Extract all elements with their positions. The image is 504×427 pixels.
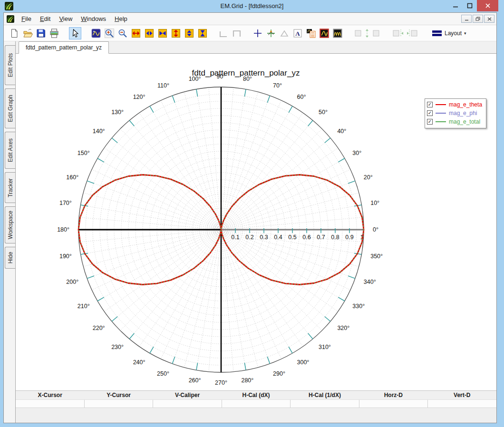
angle-tick-label: 60° — [297, 94, 306, 100]
menu-file[interactable]: File — [17, 13, 36, 24]
sidebar-tab-label: Tracker — [7, 178, 14, 197]
sidebar-tab-tracker[interactable]: Tracker — [5, 172, 15, 203]
legend-label: mag_e_theta — [449, 101, 482, 108]
close-button[interactable] — [477, 0, 498, 11]
zoom-box-corner-icon — [218, 28, 229, 39]
radial-tick-label: 0.8 — [331, 234, 339, 241]
fit-y-button[interactable] — [196, 27, 209, 39]
angle-tick-label: 340° — [364, 279, 376, 285]
shrink-x-button[interactable] — [143, 27, 155, 39]
text-annotation-button[interactable]: A — [291, 27, 304, 39]
tracker-tool-button[interactable] — [265, 27, 277, 39]
angle-tick-label: 290° — [273, 370, 285, 377]
print-button[interactable] — [48, 27, 60, 39]
shrink-y-icon — [184, 28, 194, 39]
legend-checkbox-mag_e_theta[interactable]: ✓ — [427, 102, 433, 107]
zoom-in-button[interactable] — [103, 27, 116, 39]
save-file-icon — [36, 28, 46, 39]
sidebar-tab-label: Edit Plots — [7, 53, 14, 78]
open-file-button[interactable] — [21, 27, 34, 39]
menu-items: FileEditViewWindowsHelp — [17, 13, 132, 24]
layout-menu-button[interactable]: Layout▾ — [428, 27, 470, 39]
mdi-restore-button[interactable] — [473, 15, 483, 23]
open-file-icon — [22, 28, 33, 39]
app-logo-icon — [5, 2, 13, 10]
radial-tick-label: 0.1 — [231, 234, 239, 241]
angle-tick-label: 160° — [66, 174, 78, 181]
angle-tick-label: 170° — [59, 200, 72, 206]
legend-entry-mag_e_total: ✓mag_e_total — [427, 117, 482, 126]
fit-x-icon — [157, 28, 168, 39]
angle-tick-label: 250° — [157, 370, 169, 377]
sidebar-tab-edit-axes[interactable]: Edit Axes — [5, 132, 15, 169]
fit-x-button[interactable] — [156, 27, 169, 39]
minimize-button[interactable] — [448, 0, 463, 11]
autoscale-icon — [91, 28, 101, 39]
print-icon — [49, 28, 59, 39]
mdi-close-button[interactable] — [484, 15, 494, 23]
status-value-vert-d — [427, 400, 496, 408]
title-bar: EM.Grid - [fdtdlesson2] — [0, 0, 504, 12]
crosshair-cursor-button[interactable] — [252, 27, 264, 39]
multi-graph-view-button[interactable] — [331, 27, 344, 39]
legend-checkbox-mag_e_total[interactable]: ✓ — [427, 119, 433, 125]
menu-edit[interactable]: Edit — [36, 13, 55, 24]
layout-menu-icon — [432, 29, 442, 37]
maximize-button[interactable] — [463, 0, 477, 11]
expand-x-icon — [131, 28, 141, 39]
angle-tick-label: 10° — [370, 200, 379, 206]
pointer-tool-icon — [70, 28, 80, 39]
plot-properties-button[interactable] — [305, 27, 317, 39]
radial-tick-label: 0.9 — [345, 234, 353, 241]
toolbar-spacer — [382, 27, 390, 39]
angle-tick-label: 220° — [93, 325, 105, 331]
expand-x-button[interactable] — [130, 27, 142, 39]
status-value-y-cursor — [84, 400, 153, 408]
menu-bar: FileEditViewWindowsHelp — [4, 13, 496, 25]
angle-tick-label: 230° — [111, 344, 124, 350]
shrink-y-button[interactable] — [183, 27, 195, 39]
crosshair-cursor-icon — [252, 28, 263, 39]
zoom-out-button[interactable] — [116, 27, 129, 39]
text-annotation-icon: A — [292, 28, 303, 39]
chevron-down-icon: ▾ — [464, 31, 466, 36]
menu-view[interactable]: View — [55, 13, 77, 24]
status-value-horz-d — [359, 400, 428, 408]
angle-tick-label: 20° — [364, 174, 373, 181]
status-header-h-cal-dx-: H-Cal (dX) — [222, 391, 290, 399]
angle-tick-label: 130° — [111, 109, 124, 116]
pointer-tool-button[interactable] — [69, 27, 81, 39]
sidebar-tab-hide[interactable]: Hide — [5, 247, 15, 269]
mdi-minimize-button[interactable] — [461, 15, 472, 23]
legend-checkbox-mag_e_phi[interactable]: ✓ — [427, 110, 433, 116]
angle-tick-label: 260° — [189, 377, 201, 384]
angle-tick-label: 350° — [370, 253, 383, 260]
autoscale-button[interactable] — [90, 27, 102, 39]
menu-help[interactable]: Help — [110, 13, 132, 24]
status-header-h-cal-1-dx-: H-Cal (1/dX) — [291, 391, 359, 399]
align-vertical-button — [352, 27, 382, 39]
sidebar-tab-workspace[interactable]: Workspace — [5, 206, 15, 243]
angle-tick-label: 330° — [352, 303, 365, 310]
single-graph-view-button[interactable] — [318, 27, 330, 39]
window-title: EM.Grid - [fdtdlesson2] — [221, 2, 284, 10]
cursor-status-header-row: X-CursorY-CursorV-CaliperH-Cal (dX)H-Cal… — [16, 390, 496, 399]
sidebar-tab-label: Workspace — [7, 211, 14, 239]
sidebar-tab-edit-plots[interactable]: Edit Plots — [5, 45, 15, 85]
angle-tick-label: 0° — [373, 226, 378, 233]
tab-fdtd-pattern-polar-yz[interactable]: fdtd_pattern_pattern_polar_yz — [19, 41, 109, 54]
sidebar-tab-edit-graph[interactable]: Edit Graph — [5, 88, 15, 128]
document-logo-icon — [7, 15, 14, 23]
expand-y-icon — [171, 28, 181, 39]
new-file-button[interactable] — [8, 27, 20, 39]
save-file-button[interactable] — [35, 27, 47, 39]
legend-label: mag_e_phi — [449, 110, 477, 116]
status-value-h-cal-dx- — [222, 400, 291, 408]
radial-tick-label: 0.5 — [288, 234, 296, 241]
zoom-box-top-icon — [232, 28, 242, 39]
angle-tick-label: 200° — [66, 279, 78, 285]
menu-windows[interactable]: Windows — [77, 13, 110, 24]
status-value-h-cal-1-dx- — [290, 400, 359, 408]
toolbar-spacer — [420, 27, 428, 39]
expand-y-button[interactable] — [170, 27, 182, 39]
